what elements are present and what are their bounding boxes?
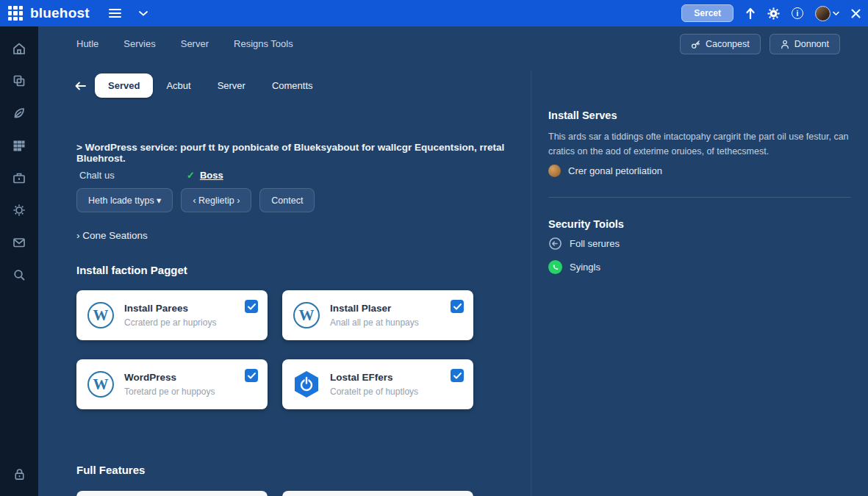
card-title: Install Plaser (330, 303, 463, 314)
person-icon (781, 40, 789, 49)
nav-item-server[interactable]: Server (181, 38, 209, 49)
card-checkbox[interactable] (451, 369, 464, 382)
apps-grid-icon[interactable] (0, 129, 38, 162)
reglietip-button[interactable]: ‹ Reglietip › (181, 188, 251, 212)
card-install-parees[interactable]: W Install Parees Ccraterd pe ar huprioys (76, 290, 268, 340)
install-faction-heading: Install faction Pagget (76, 264, 187, 276)
syingls-item[interactable]: Syingls (548, 260, 600, 274)
hamburger-icon[interactable] (109, 9, 121, 18)
wordpress-logo-icon: W (293, 302, 320, 328)
lock-icon[interactable] (0, 458, 38, 490)
gear-icon[interactable] (0, 194, 38, 226)
foll-serures-label: Foll serures (570, 238, 620, 249)
briefcase-icon[interactable] (0, 162, 38, 194)
crer-gonal-item[interactable]: Crer gonal petorliation (548, 165, 662, 177)
donnont-label: Donnont (795, 39, 829, 49)
topbar: bluehost Sercet i (0, 0, 868, 26)
card-checkbox[interactable] (245, 369, 258, 382)
card-wordpress[interactable]: W WordPress Toretard pe or huppoys (76, 359, 268, 409)
wordpress-service-summary[interactable]: > WordPress service: pourf tt by ponbica… (76, 142, 517, 164)
aside-divider (548, 197, 851, 198)
security-tools-heading: Security Toiols (548, 218, 624, 230)
full-features-heading: Full Features (76, 464, 145, 476)
card-checkbox[interactable] (245, 300, 258, 313)
card-title: WordPress (124, 372, 257, 383)
tab-comentts[interactable]: Comentts (259, 73, 326, 98)
card-lostal-effers[interactable]: Lostal EFfers Coratelt pe of huptloys (282, 359, 473, 409)
card-title: Install Parees (124, 303, 257, 314)
caconpest-button[interactable]: Caconpest (680, 34, 761, 54)
hexagon-power-icon (293, 370, 320, 399)
check-icon: ✓ (187, 170, 195, 181)
upload-arrow-icon[interactable] (745, 7, 756, 19)
whatsapp-icon (548, 260, 562, 274)
card-subtitle: Ccraterd pe ar huprioys (124, 317, 257, 328)
avatar[interactable] (815, 6, 831, 21)
donnont-button[interactable]: Donnont (770, 34, 840, 54)
back-arrow-icon[interactable] (75, 82, 86, 90)
chevron-down-icon[interactable] (833, 11, 839, 15)
contect-button[interactable]: Contect (259, 188, 315, 212)
card-title: Lostal EFfers (330, 372, 463, 383)
install-serves-heading: Install Serves (548, 109, 617, 121)
partial-card[interactable] (76, 491, 268, 496)
card-checkbox[interactable] (451, 300, 464, 313)
syingls-label: Syingls (570, 262, 600, 273)
home-icon[interactable] (0, 32, 38, 65)
detail-row-chalt-us: Chalt us ✓ Boss (79, 170, 223, 181)
mail-icon[interactable] (0, 226, 38, 259)
avatar-orb-icon (548, 165, 561, 177)
pages-icon[interactable] (0, 65, 38, 97)
tab-bar: Served Acbut Server Comentts (75, 73, 326, 98)
nav-item-servies[interactable]: Servies (123, 38, 155, 49)
panel-divider (531, 71, 531, 496)
badge-gear-icon[interactable] (767, 7, 780, 20)
action-button-row: Heth lcade ttyps ▾ ‹ Reglietip › Contect (76, 188, 315, 212)
brand-logo: bluehost (30, 5, 90, 21)
tab-served[interactable]: Served (95, 73, 153, 98)
cone-seations-toggle[interactable]: › Cone Seations (76, 230, 148, 241)
crer-gonal-label: Crer gonal petorliation (568, 165, 662, 176)
key-icon (691, 40, 700, 49)
nav-item-hutle[interactable]: Hutle (76, 38, 98, 49)
main-content: Hutle Servies Server Resigns Tools Cacon… (38, 26, 868, 496)
install-serves-description: This ards sar a tiddings ofte intactopah… (548, 129, 851, 159)
close-icon[interactable] (851, 9, 861, 18)
card-install-plaser[interactable]: W Install Plaser Anall all pe at hunpays (282, 290, 473, 340)
card-subtitle: Toretard pe or huppoys (124, 387, 257, 397)
grid-logo-icon[interactable] (8, 6, 23, 21)
search-icon[interactable] (0, 259, 38, 291)
card-subtitle: Anall all pe at hunpays (330, 317, 463, 328)
partial-card[interactable] (282, 491, 473, 496)
tab-server[interactable]: Server (204, 73, 259, 98)
foll-serures-item[interactable]: Foll serures (548, 237, 620, 251)
history-circle-icon (548, 237, 562, 251)
heth-lcade-dropdown[interactable]: Heth lcade ttyps ▾ (76, 188, 173, 212)
card-subtitle: Coratelt pe of huptloys (330, 387, 463, 397)
tab-acbut[interactable]: Acbut (153, 73, 204, 98)
wordpress-logo-icon: W (87, 302, 114, 328)
wordpress-logo-icon: W (87, 371, 114, 398)
info-icon[interactable]: i (792, 7, 803, 19)
caconpest-label: Caconpest (706, 39, 750, 49)
chevron-down-icon[interactable] (139, 10, 148, 16)
header-nav: Hutle Servies Server Resigns Tools (76, 38, 293, 49)
leaf-icon[interactable] (0, 97, 38, 129)
sidebar (0, 26, 38, 496)
boss-link[interactable]: Boss (200, 170, 223, 181)
sercet-button[interactable]: Sercet (681, 4, 734, 22)
nav-item-resigns-tools[interactable]: Resigns Tools (234, 38, 293, 49)
detail-label: Chalt us (79, 170, 187, 181)
